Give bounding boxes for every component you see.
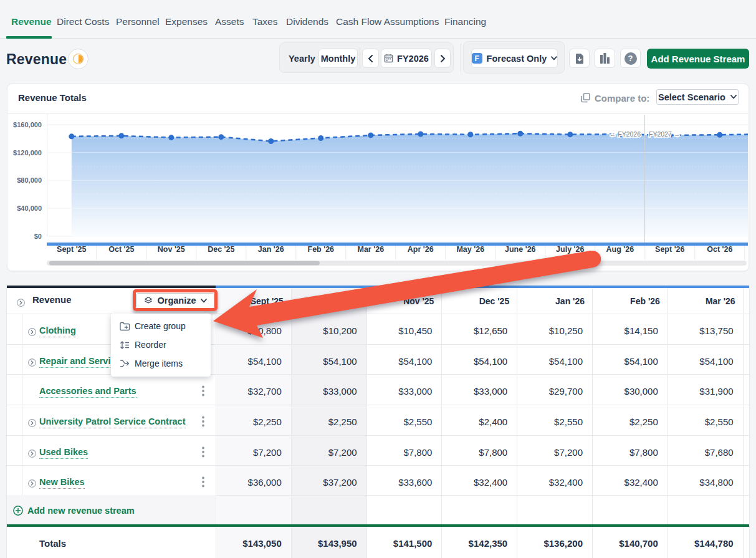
svg-text:$0: $0 [34, 233, 42, 240]
svg-text:Nov '25: Nov '25 [158, 245, 185, 254]
svg-text:Oct '25: Oct '25 [108, 245, 134, 254]
svg-text:$160,000: $160,000 [13, 121, 42, 128]
svg-text:← FY2026: ← FY2026 [610, 130, 641, 138]
svg-text:Apr '26: Apr '26 [408, 245, 434, 254]
svg-text:$80,000: $80,000 [17, 176, 42, 184]
svg-text:Feb '26: Feb '26 [308, 245, 335, 254]
svg-text:July '26: July '26 [556, 245, 584, 254]
svg-text:May '26: May '26 [456, 245, 484, 254]
svg-text:June '26: June '26 [505, 245, 536, 254]
svg-text:Oct '26: Oct '26 [707, 245, 732, 254]
svg-text:Mar '26: Mar '26 [358, 245, 385, 254]
svg-text:Aug '26: Aug '26 [606, 245, 634, 254]
svg-text:$40,000: $40,000 [17, 204, 42, 212]
svg-text:FY2027 →: FY2027 → [649, 130, 680, 138]
svg-text:$120,000: $120,000 [13, 149, 42, 156]
svg-text:Sept '25: Sept '25 [57, 245, 86, 254]
svg-text:Jan '26: Jan '26 [258, 245, 284, 254]
svg-text:Sept '26: Sept '26 [655, 245, 684, 254]
svg-text:Dec '25: Dec '25 [208, 245, 234, 254]
